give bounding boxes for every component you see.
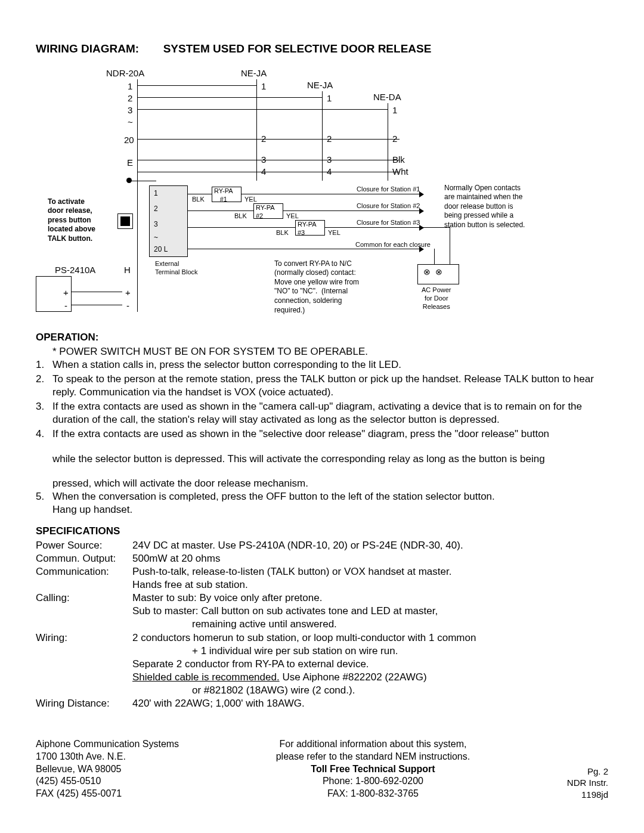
operation-list: 1.When a station calls in, press the sel… — [36, 358, 608, 441]
common: Common for each closure — [355, 240, 431, 249]
yel1: YEL — [244, 195, 257, 203]
ext-block-label: External Terminal Block — [155, 259, 198, 277]
nopen-note: Normally Open contacts are maintained wh… — [444, 184, 525, 230]
convert-note: To convert RY-PA to N/C (normally closed… — [274, 259, 359, 315]
cl2: Closure for Station #2 — [357, 202, 420, 210]
title-right: SYSTEM USED FOR SELECTIVE DOOR RELEASE — [163, 42, 432, 57]
ps-plus: + — [63, 287, 69, 299]
cl3: Closure for Station #3 — [357, 218, 420, 227]
plus: + — [125, 287, 131, 299]
specs-heading: SPECIFICATIONS — [36, 525, 608, 538]
label-neda: NE-DA — [373, 91, 401, 103]
label-ndr: NDR-20A — [106, 67, 144, 79]
label-neja1: NE-JA — [241, 67, 267, 79]
rypa2: RY-PA #2 — [256, 203, 275, 221]
tb-3: 3 — [154, 220, 158, 230]
ps-minus: - — [64, 300, 67, 312]
tb-1: 1 — [154, 189, 158, 199]
rypa1: RY-PA #1 — [214, 187, 233, 204]
operation-section: OPERATION: * POWER SWITCH MUST BE ON FOR… — [36, 331, 608, 516]
ndr-t1: 1 — [128, 80, 132, 92]
yel2: YEL — [286, 212, 299, 220]
op-4c: pressed, which will activate the door re… — [36, 477, 608, 490]
rypa3: RY-PA #3 — [298, 220, 317, 237]
ndr-t3: 3 — [128, 104, 132, 116]
blk2: BLK — [234, 212, 247, 220]
minus: - — [126, 300, 129, 312]
c3-1: 1 — [392, 104, 397, 116]
footer-right: Pg. 2 NDR Instr. 1198jd — [567, 766, 608, 801]
op-4b: while the selector button is depressed. … — [36, 453, 608, 466]
title-left: WIRING DIAGRAM: — [36, 42, 139, 57]
ps-label: PS-2410A — [55, 264, 95, 276]
footer-middle: For additional information about this sy… — [179, 738, 567, 800]
ndr-t4: ~ — [128, 116, 133, 128]
blk1: BLK — [192, 195, 205, 203]
operation-star: * POWER SWITCH MUST BE ON FOR SYSTEM TO … — [36, 345, 608, 358]
yel3: YEL — [328, 228, 340, 237]
label-neja2: NE-JA — [307, 79, 333, 91]
operation-heading: OPERATION: — [36, 331, 608, 344]
ndr-t5: 20 — [124, 134, 134, 146]
h-term: H — [124, 264, 131, 276]
page-title: WIRING DIAGRAM: SYSTEM USED FOR SELECTIV… — [36, 42, 608, 57]
tb-2: 2 — [154, 205, 158, 214]
ndr-t6: E — [127, 157, 133, 169]
tb-5: 20 L — [154, 245, 168, 255]
specifications-section: SPECIFICATIONS Power Source:24V DC at ma… — [36, 525, 608, 710]
footer: Aiphone Communication Systems 1700 130th… — [36, 738, 608, 800]
tb-4: ~ — [154, 233, 158, 243]
footer-address: Aiphone Communication Systems 1700 130th… — [36, 738, 179, 800]
cl1: Closure for Station #1 — [357, 185, 420, 193]
acpower: AC Power for Door Releases — [422, 286, 451, 311]
blk3: BLK — [276, 228, 289, 237]
page: WIRING DIAGRAM: SYSTEM USED FOR SELECTIV… — [0, 0, 644, 833]
c2-1: 1 — [327, 92, 332, 104]
c1-1: 1 — [261, 80, 266, 92]
wiring-diagram: NDR-20A NE-JA NE-JA NE-DA 1 2 3 ~ 20 E 1… — [36, 67, 608, 324]
ndr-t2: 2 — [128, 92, 132, 104]
activate-note: To activate door release, press button l… — [48, 197, 95, 244]
